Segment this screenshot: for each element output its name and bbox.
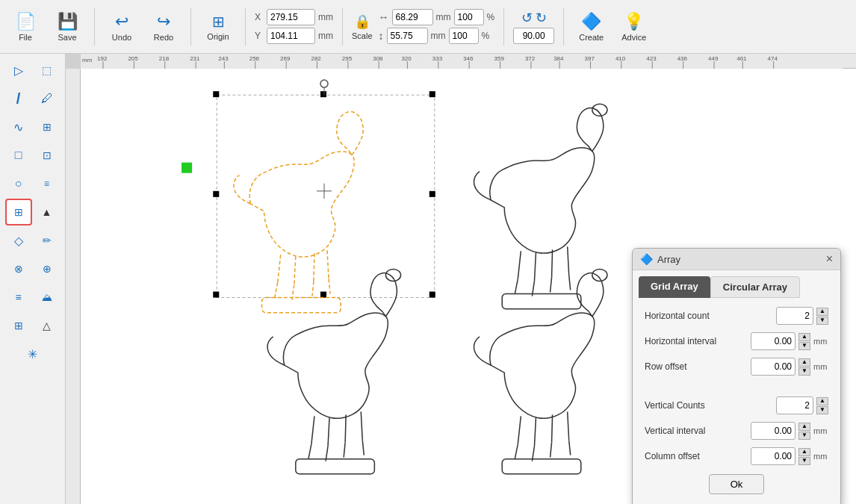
- anchor-tool[interactable]: △: [34, 312, 61, 339]
- divider-3: [245, 8, 246, 46]
- vertical-interval-up[interactable]: ▲: [798, 423, 810, 431]
- svg-line-30: [552, 249, 553, 277]
- column-offset-down[interactable]: ▼: [798, 457, 810, 465]
- grid-tool[interactable]: ⊡: [34, 142, 61, 169]
- align-tool[interactable]: ⊞: [34, 113, 61, 140]
- lasso-tool[interactable]: ⬚: [34, 57, 61, 84]
- svg-rect-6: [429, 91, 435, 97]
- tab-circular-array[interactable]: Circular Array: [710, 276, 800, 298]
- row-offset-down[interactable]: ▼: [798, 367, 810, 376]
- dialog-body: Horizontal count ▲ ▼ Horizontal interval: [633, 298, 840, 504]
- vertical-interval-unit: mm: [813, 426, 828, 435]
- column-offset-label: Column offset: [645, 451, 751, 461]
- vertical-counts-down[interactable]: ▼: [816, 406, 828, 414]
- vertical-interval-input[interactable]: [751, 422, 795, 440]
- lock-icon[interactable]: 🔒: [354, 13, 370, 30]
- row-offset-label: Row offset: [645, 361, 751, 372]
- frame-tool[interactable]: ⊞: [5, 312, 32, 339]
- vertical-interval-down[interactable]: ▼: [798, 432, 810, 440]
- sidebar-row-8: ⊗ ⊕: [1, 255, 63, 282]
- width-pct-input[interactable]: [454, 9, 484, 25]
- x-label: X: [255, 12, 264, 22]
- edit-tool[interactable]: ✏: [34, 227, 61, 254]
- vertical-interval-row: Vertical interval ▲ ▼ mm: [645, 422, 828, 440]
- curve-tool[interactable]: ∿: [5, 113, 32, 140]
- ruler-top: [81, 54, 856, 69]
- create-button[interactable]: 🔷 Create: [573, 9, 610, 45]
- svg-rect-7: [213, 191, 219, 197]
- redo-icon: ↪: [157, 12, 170, 31]
- advice-button[interactable]: 💡 Advice: [615, 9, 652, 45]
- column-offset-input[interactable]: [751, 447, 795, 465]
- x-input[interactable]: [267, 9, 315, 25]
- horizontal-count-up[interactable]: ▲: [816, 308, 828, 316]
- divider-6: [563, 8, 564, 46]
- line-tool[interactable]: /: [5, 85, 32, 112]
- stitch-tool[interactable]: ⊕: [34, 255, 61, 282]
- sidebar-row-5: ○ ≡: [1, 170, 63, 197]
- stack-tool[interactable]: ≡: [5, 284, 32, 311]
- dialog-tabs: Grid Array Circular Array: [633, 270, 840, 298]
- origin-button[interactable]: ⊞ Origin: [200, 10, 236, 44]
- array-tool[interactable]: ⊞: [5, 199, 32, 225]
- row-offset-unit: mm: [813, 362, 828, 371]
- svg-rect-5: [320, 91, 326, 97]
- divider-1: [94, 8, 95, 46]
- column-offset-input-group: ▲ ▼ mm: [751, 447, 828, 465]
- divider-5: [503, 8, 504, 46]
- row-offset-row: Row offset ▲ ▼ mm: [645, 358, 828, 376]
- height-input[interactable]: [387, 28, 428, 44]
- ok-button[interactable]: Ok: [709, 474, 765, 494]
- vertical-counts-up[interactable]: ▲: [816, 397, 828, 405]
- column-offset-up[interactable]: ▲: [798, 448, 810, 456]
- rotate-ccw-button[interactable]: ↺: [521, 10, 533, 26]
- vertical-counts-input-group: ▲ ▼: [776, 396, 828, 414]
- height-arrow-icon: ↕: [379, 30, 384, 42]
- diamond-tool[interactable]: ◇: [5, 227, 32, 254]
- layers-tool[interactable]: ⊗: [5, 255, 32, 282]
- canvas-area[interactable]: mm 1922052182312432562692822953083203333…: [66, 54, 856, 504]
- rect-tool[interactable]: □: [5, 142, 32, 169]
- save-button[interactable]: 💾 Save: [49, 9, 85, 45]
- vertical-counts-input[interactable]: [776, 396, 813, 414]
- svg-rect-4: [213, 91, 219, 97]
- horizontal-interval-up[interactable]: ▲: [798, 333, 810, 341]
- text2-tool[interactable]: ▲: [34, 199, 61, 225]
- main-area: ▷ ⬚ / 🖊 ∿ ⊞ □ ⊡ ○ ≡ ⊞ ▲ ◇ ✏: [0, 54, 856, 504]
- horizontal-count-input[interactable]: [776, 307, 813, 325]
- sidebar-row-1: ▷ ⬚: [1, 57, 63, 84]
- rotate-input[interactable]: [513, 28, 554, 44]
- svg-rect-10: [320, 292, 326, 298]
- row-offset-up[interactable]: ▲: [798, 358, 810, 367]
- width-input[interactable]: [392, 9, 433, 25]
- scale-group: 🔒 Scale: [352, 13, 373, 40]
- horizontal-count-down[interactable]: ▼: [816, 317, 828, 325]
- sidebar-row-3: ∿ ⊞: [1, 113, 63, 140]
- tab-grid-array[interactable]: Grid Array: [639, 276, 710, 298]
- dialog-close-button[interactable]: ×: [826, 253, 833, 265]
- svg-rect-1: [66, 69, 81, 504]
- vertical-interval-label: Vertical interval: [645, 426, 751, 436]
- asterisk-tool[interactable]: ✳: [19, 340, 46, 367]
- lines-tool[interactable]: ≡: [34, 170, 61, 197]
- undo-button[interactable]: ↩ Undo: [104, 9, 140, 45]
- x-unit: mm: [318, 12, 333, 22]
- redo-button[interactable]: ↪ Redo: [146, 9, 182, 45]
- circle-tool[interactable]: ○: [5, 170, 32, 197]
- column-offset-row: Column offset ▲ ▼ mm: [645, 447, 828, 465]
- height-pct-input[interactable]: [449, 28, 479, 44]
- sidebar-row-7: ◇ ✏: [1, 227, 63, 254]
- file-button[interactable]: 📄 File: [7, 9, 43, 45]
- bezier-tool[interactable]: 🖊: [34, 85, 61, 112]
- row-offset-input[interactable]: [751, 358, 795, 376]
- create-icon: 🔷: [581, 12, 601, 31]
- y-input[interactable]: [267, 28, 315, 44]
- select-tool[interactable]: ▷: [5, 57, 32, 84]
- file-label: File: [19, 33, 32, 42]
- origin-label: Origin: [207, 32, 229, 41]
- form-separator: [645, 383, 828, 392]
- mountain-tool[interactable]: ⛰: [34, 284, 61, 311]
- horizontal-interval-down[interactable]: ▼: [798, 342, 810, 350]
- horizontal-interval-input[interactable]: [751, 332, 795, 350]
- rotate-cw-button[interactable]: ↻: [536, 10, 547, 26]
